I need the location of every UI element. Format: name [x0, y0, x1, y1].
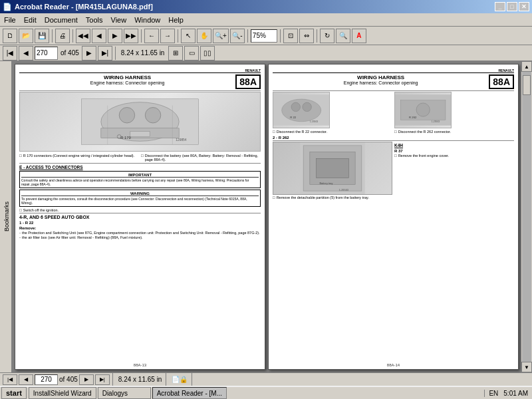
next-pg-btn[interactable]: ▶	[82, 46, 96, 61]
menu-view[interactable]: View	[107, 15, 131, 25]
right-bottom-section: Battery tray 1-29563 □ Remove the detach…	[273, 142, 514, 200]
menu-tools[interactable]: Tools	[82, 15, 107, 25]
step2-label: 2 - R 262	[273, 136, 514, 140]
separator-6	[280, 29, 281, 43]
left-subtitle: Engine harness: Connector opening	[19, 80, 235, 85]
taskbar: start InstallShield Wizard Dialogys Acro…	[0, 386, 532, 399]
svg-text:Battery tray: Battery tray	[320, 182, 333, 185]
task-label-3: Acrobat Reader - [M...	[157, 390, 222, 397]
status-prev-btn[interactable]: ◀	[19, 374, 33, 385]
status-first-btn[interactable]: |◀	[3, 374, 17, 385]
divider-4r	[19, 213, 261, 213]
fit-width-button[interactable]: ⇔	[299, 29, 314, 43]
remove-front-text: Remove the front engine cover.	[398, 154, 449, 158]
important-title: IMPORTANT	[21, 173, 259, 178]
prev-button[interactable]: ◀	[92, 29, 106, 43]
task-label-2: Dialogys	[102, 390, 128, 397]
access-connectors-header: E - ACCESS TO CONNECTORS	[19, 165, 261, 170]
zoom-input[interactable]	[251, 29, 277, 43]
right-img-col1: R 22 1-29563 □ Disconnect the R 22 conne…	[273, 92, 392, 134]
remove-item-1: - the Protection and Switching Unit (see…	[19, 231, 261, 235]
menu-help[interactable]: Help	[164, 15, 188, 25]
scroll-down-button[interactable]: ▼	[521, 362, 532, 372]
bookmarks-tab[interactable]: Bookmarks	[2, 199, 11, 234]
hand-tool[interactable]: ✋	[197, 29, 211, 43]
prev-pg-btn[interactable]: ◀	[19, 46, 33, 61]
first-page-btn[interactable]: |◀	[3, 46, 17, 61]
step1-r22: 1 - R 22	[19, 221, 261, 225]
checkbox-remove2: -	[19, 235, 21, 239]
status-nav: |◀ ◀ of 405 ▶ ▶|	[0, 373, 113, 386]
scroll-up-button[interactable]: ▲	[521, 61, 532, 72]
status-page-input[interactable]	[35, 374, 58, 385]
fit-page-button[interactable]: ⊡	[283, 29, 298, 43]
zoom-in-button[interactable]: 🔍+	[213, 29, 229, 43]
menu-file[interactable]: File	[0, 15, 20, 25]
select-tool[interactable]: ↖	[181, 29, 196, 43]
status-size: 8.24 x 11.65 in	[114, 373, 167, 386]
maximize-button[interactable]: □	[507, 2, 517, 11]
r37-label: R 37	[394, 149, 514, 153]
remove-label: Remove:	[19, 226, 261, 230]
zoom-out-button[interactable]: 🔍-	[230, 29, 245, 43]
title-bar: 📄 Acrobat Reader - [MR415LAGUNA8.pdf] _ …	[0, 0, 532, 13]
minimize-button[interactable]: _	[495, 2, 505, 11]
next-button[interactable]: ▶	[108, 29, 122, 43]
disconnect-r262-item: □ Disconnect the R 262 connector.	[394, 130, 514, 134]
rotate-button[interactable]: ↻	[320, 29, 334, 43]
page-number-input[interactable]	[35, 47, 58, 60]
page-total-label: of 405	[59, 49, 80, 57]
start-label: start	[6, 389, 22, 397]
window-title: Acrobat Reader - [MR415LAGUNA8.pdf]	[15, 3, 153, 11]
search-button[interactable]: 🔍	[336, 29, 350, 43]
prev-page-button[interactable]: ◀◀	[76, 29, 90, 43]
status-last-btn[interactable]: ▶|	[95, 374, 110, 385]
important-text: Consult the safety and cleanliness advic…	[21, 178, 249, 186]
switchoff-item: □ Switch off the ignition.	[19, 208, 261, 212]
right-footer: 88A-14	[269, 363, 518, 367]
back-button[interactable]: ←	[144, 29, 159, 43]
open-button[interactable]: 📂	[19, 29, 33, 43]
remove-text2: the air filter box (see Air filter unit:…	[22, 235, 143, 239]
engine-image: R 179 129854	[19, 92, 261, 152]
status-icon-1: 📄	[172, 376, 180, 383]
switchoff-text: Switch off the ignition.	[23, 208, 59, 212]
forward-button[interactable]: →	[160, 29, 175, 43]
svg-point-19	[416, 103, 430, 116]
svg-text:R 179: R 179	[120, 136, 131, 140]
close-button[interactable]: ✕	[519, 2, 529, 11]
svg-rect-25	[317, 158, 349, 178]
status-next-btn[interactable]: ▶	[79, 374, 94, 385]
two-page-btn[interactable]: ▯▯	[200, 46, 215, 61]
last-page-btn[interactable]: ▶|	[98, 46, 112, 61]
right-title: WIRING HARNESS	[273, 74, 489, 80]
right-divider	[273, 140, 514, 141]
page-layout-btn[interactable]: ⊞	[168, 46, 183, 61]
checkbox-remove1: -	[19, 231, 21, 235]
menu-edit[interactable]: Edit	[20, 15, 41, 25]
menu-window[interactable]: Window	[130, 15, 164, 25]
print-button[interactable]: 🖨	[55, 29, 70, 43]
remove-front-item: □ Remove the front engine cover.	[394, 154, 514, 158]
taskbar-item-2[interactable]: Dialogys	[98, 387, 151, 399]
taskbar-item-3[interactable]: Acrobat Reader - [M...	[152, 387, 227, 399]
thumbnails-tab[interactable]: Thumbnails	[0, 205, 2, 242]
scroll-thumb[interactable]	[523, 75, 531, 95]
taskbar-item-1[interactable]: InstallShield Wizard	[29, 387, 96, 399]
new-button[interactable]: 🗋	[3, 29, 17, 43]
disconnect-battery-text: Disconnect the battery (see 80A, Battery…	[145, 154, 261, 162]
separator-4	[178, 29, 178, 43]
svg-rect-7	[130, 132, 150, 137]
checkbox-r170: □	[19, 154, 22, 158]
single-page-btn[interactable]: ▭	[184, 46, 199, 61]
right-pdf-page: RENAULT WIRING HARNESS Engine harness: C…	[268, 64, 519, 370]
svg-text:R 22: R 22	[290, 116, 297, 119]
start-button[interactable]: start	[1, 387, 27, 399]
checkbox-switchoff: □	[19, 208, 22, 212]
menu-document[interactable]: Document	[41, 15, 82, 25]
left-header-divider	[19, 90, 261, 91]
save-button[interactable]: 💾	[35, 29, 49, 43]
next-page-button[interactable]: ▶▶	[124, 29, 138, 43]
engine-svg: R 179 129854	[20, 92, 260, 151]
remove-text1: the Protection and Switching Unit (see 8…	[22, 231, 260, 235]
